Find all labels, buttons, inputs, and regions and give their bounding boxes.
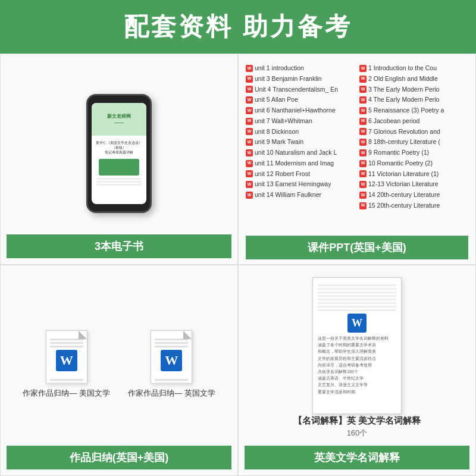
word-badge: W [56,350,77,371]
cell-ppt: Wunit 1 introductionWunit 3 Benjamin Fra… [238,54,476,265]
doc-lines-2 [46,374,87,384]
ppt-right-item: W2 Old English and Middle [359,74,468,84]
ppt-left-item: Wunit 10 Naturalism and Jack L [246,148,355,158]
ppt-icon: W [246,65,253,72]
ppt-right-item: W10 Romantic Poetry (2) [359,159,468,168]
ppt-icon: W [246,170,253,177]
ppt-icon: W [359,170,367,177]
ppt-item-text: 11 Victorian Literature (1) [368,170,439,179]
glossary-bottom: 【名词解释】英 美文学名词解释 160个 [245,414,469,441]
doc-w-badge: W [347,314,367,333]
ppt-icon: W [246,118,253,125]
ppt-item-text: Unit 4 Transcendentalism_ En [255,85,338,95]
doc-preview-text: 文艺复兴、浪漫主义文学等 [318,381,396,388]
ppt-item-text: 6 Jacobean period [368,117,419,126]
ppt-right-item: W1 Introduction to the Cou [359,64,468,73]
ppt-item-text: 4 The Early Modern Perio [368,95,439,105]
cell-work: W 作家作品归纳— 美国文学 W [0,265,238,476]
ppt-item-text: 3 The Early Modern Perio [368,85,439,95]
doc2-label: 作家作品归纳— 英国文学 [128,387,215,399]
ppt-left-item: WUnit 4 Transcendentalism_ En [246,85,355,95]
header: 配套资料 助力备考 [0,0,476,54]
doc-preview-line [318,284,396,286]
doc-corner [79,331,87,339]
ppt-icon: W [359,96,367,104]
ppt-icon: W [359,202,367,209]
ppt-item-text: 5 Renaissance (3) Poetry a [368,106,444,115]
glossary-count: 160个 [245,428,469,439]
ppt-item-text: 8 18th-century Literature ( [368,137,440,147]
word-icon-2: W [151,330,192,384]
doc1-label: 作家作品归纳— 美国文学 [23,387,110,399]
ppt-label: 课件PPT(英国+美国) [246,236,468,259]
cell-glossary: W这是一份关于英美文学名词解释的资料涵盖了各个时期的重要文学术语和概念，帮助学生… [238,265,476,476]
ppt-item-text: unit 7 Walt+Whitman [255,117,312,126]
ppt-left-item: Wunit 12 Robert Frost [246,170,355,179]
ppt-item-text: unit 6 Nanthaniel+Hawthorne [255,106,336,115]
ppt-icon: W [359,86,367,93]
ppt-icon: W [359,181,367,188]
doc-preview-text: 重要文学流派和时期 [318,389,396,395]
ppt-icon: W [246,96,253,104]
ppt-right-item: W8 18th-century Literature ( [359,137,468,147]
ppt-item-text: unit 14 William Faulkner [255,190,321,200]
ppt-icon: W [246,107,253,114]
ppt-item-text: unit 3 Benjamin Franklin [255,74,322,84]
ppt-item-text: unit 11 Modernism and Imag [255,159,334,168]
ppt-left-item: Wunit 9 Mark Twain [246,137,355,147]
ppt-item-text: unit 9 Mark Twain [255,137,303,147]
book-cover-art [99,159,139,176]
ppt-item-text: unit 8 Dickinson [255,127,299,137]
phone-logo: 新文老师网—— [107,113,131,125]
word-doc-2: W 作家作品归纳— 英国文学 [128,330,215,399]
book-lines [94,178,144,186]
book-title: 黄华仁《英国文学史及选读》（新版）笔记考研真题详解 [94,140,144,155]
ppt-icon: W [359,160,367,167]
ppt-right-item: W3 The Early Modern Perio [359,85,468,95]
ppt-item-text: 1 Introduction to the Cou [368,64,437,73]
doc-preview-text: 共收录名词解释160个 [318,368,396,375]
ppt-item-text: 15 20th-century Literature [368,201,440,211]
doc-preview-text: 涵盖古英语、中世纪文学 [318,375,396,381]
doc-preview-line [318,299,396,300]
ppt-left-item: Wunit 1 introduction [246,64,355,73]
ppt-left-item: Wunit 6 Nanthaniel+Hawthorne [246,106,355,115]
ppt-left-col: Wunit 1 introductionWunit 3 Benjamin Fra… [246,64,355,236]
ppt-item-text: 7 Glorious Revolution and [368,127,440,137]
ppt-icon: W [246,149,253,156]
doc-preview-text: 和概念，帮助学生深入理解英美 [318,348,396,355]
ppt-icon: W [359,107,367,114]
ppt-item-text: unit 10 Naturalism and Jack L [255,148,337,158]
doc-preview-text: 这是一份关于英美文学名词解释的资料 [318,335,396,342]
ppt-item-text: unit 12 Robert Frost [255,170,310,179]
ppt-right-item: W14 20th-century Literature [359,190,468,200]
ppt-right-item: W12-13 Victorian Literature [359,180,468,189]
ppt-right-item: W6 Jacobean period [359,117,468,126]
ppt-left-item: Wunit 8 Dickinson [246,127,355,137]
cell-ebook: 新文老师网—— 黄华仁《英国文学史及选读》（新版）笔记考研真题详解 3本电子书 [0,54,238,265]
ppt-right-item: W11 Victorian Literature (1) [359,170,468,179]
doc-preview-line [318,309,396,311]
doc-preview-text: 文学的发展历程和主要流派特点 [318,355,396,362]
doc-preview-text: 内容详尽，适合考研备考使用 [318,362,396,368]
ppt-right-item: W4 The Early Modern Perio [359,95,468,105]
ppt-item-text: 12-13 Victorian Literature [368,180,439,189]
ppt-icon: W [246,128,253,135]
doc-lines-4 [151,374,192,384]
ppt-left-item: Wunit 13 Earnest Hemingway [246,180,355,189]
ppt-icon: W [359,139,367,146]
ppt-left-item: Wunit 5 Allan Poe [246,95,355,105]
ppt-icon: W [246,181,253,188]
doc-corner-2 [183,331,192,339]
ppt-right-item: W9 Romantic Poetry (1) [359,148,468,158]
ppt-left-item: Wunit 14 William Faulkner [246,190,355,200]
ppt-item-text: unit 13 Earnest Hemingway [255,180,331,189]
word-icon-1: W [46,330,87,384]
ppt-left-item: Wunit 11 Modernism and Imag [246,159,355,168]
phone-wrapper: 新文老师网—— 黄华仁《英国文学史及选读》（新版）笔记考研真题详解 [86,72,152,234]
ppt-right-item: W7 Glorious Revolution and [359,127,468,137]
ppt-item-text: 10 Romantic Poetry (2) [368,159,433,168]
header-title: 配套资料 助力备考 [124,10,352,43]
ppt-icon: W [359,192,367,199]
word-docs: W 作家作品归纳— 美国文学 W [23,283,215,446]
